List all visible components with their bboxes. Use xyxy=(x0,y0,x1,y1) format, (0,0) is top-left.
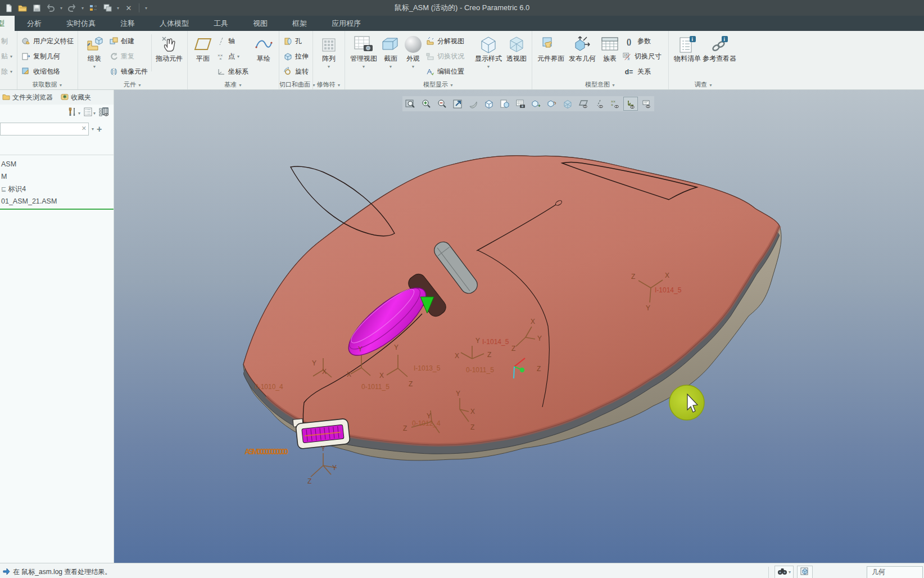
svg-text:×: × xyxy=(219,56,222,61)
csys-label-1010[interactable]: 0-1010_4 xyxy=(255,383,283,391)
point-button[interactable]: ××× 点▾ xyxy=(215,49,251,64)
sketch-button[interactable]: 草绘 xyxy=(251,32,276,62)
plane-button[interactable]: 平面 xyxy=(191,32,215,62)
delete-button[interactable]: 除▾ xyxy=(0,64,17,79)
open-file-icon[interactable] xyxy=(16,2,29,14)
favorites-tab[interactable]: ✱ 收藏夹 xyxy=(61,93,91,102)
group-model-intent: 元件界面 发布几何 族表 () 参数 15x 切换尺寸 d= 关系 模型意图 ▼ xyxy=(532,31,668,89)
drag-components-button[interactable]: 拖动元件 xyxy=(154,32,184,62)
mirror-component-button[interactable]: 镜像元件 xyxy=(108,64,149,79)
tree-item-subassembly[interactable]: 01_ASM_21.ASM xyxy=(0,195,114,207)
tree-item-annotation[interactable]: ⊑标识4 xyxy=(0,183,114,195)
perspective-icon xyxy=(507,34,526,55)
csys-label-1012[interactable]: 0-1012_4 xyxy=(412,419,441,427)
window-views-icon[interactable] xyxy=(101,2,114,14)
csys-icon xyxy=(216,67,226,76)
sections-button[interactable]: 截面 ▼ xyxy=(379,32,402,71)
redo-icon[interactable] xyxy=(66,2,78,14)
tree-filter-input[interactable] xyxy=(1,123,88,135)
exploded-view-button[interactable]: 分解视图 xyxy=(424,34,473,49)
component-interface-button[interactable]: 元件界面 xyxy=(535,32,567,62)
tab-applications[interactable]: 应用程序 xyxy=(319,16,373,31)
selection-filter-combobox[interactable]: 几何 xyxy=(867,566,923,578)
switch-state-button: 切换状况 xyxy=(424,49,473,64)
save-icon[interactable] xyxy=(30,2,43,14)
pattern-button[interactable]: 阵列 ▼ xyxy=(316,32,342,71)
bom-button[interactable]: i 物料清单 xyxy=(672,32,703,62)
folder-browser-tab[interactable]: 文件夹浏览器 xyxy=(2,93,53,102)
csys-label-asm-stack[interactable]: ASM00000000000 xyxy=(244,447,288,456)
reference-viewer-button[interactable]: i 参考查看器 xyxy=(703,32,736,62)
svg-text:Z: Z xyxy=(403,425,407,432)
graphics-viewport[interactable]: ××× xyxy=(114,90,924,563)
assemble-button[interactable]: 组装 ▼ xyxy=(81,32,108,71)
tab-manikin[interactable]: 人体模型 xyxy=(147,16,201,31)
tab-live-simulation[interactable]: 实时仿真 xyxy=(54,16,108,31)
group-label-cut-surface[interactable]: 切口和曲面 ▼ xyxy=(279,80,312,89)
paste-button[interactable]: 贴▾ xyxy=(0,49,17,64)
view-options-button[interactable]: ▾ xyxy=(84,107,96,119)
group-label-model-intent[interactable]: 模型意图 ▼ xyxy=(532,80,668,89)
tree-item-asm-1[interactable]: ASM xyxy=(0,158,114,170)
mouse-body[interactable] xyxy=(243,156,781,460)
manage-views-button[interactable]: 管理视图 ▼ xyxy=(348,32,379,71)
regenerate-icon[interactable] xyxy=(87,2,99,14)
add-filter-button[interactable]: + xyxy=(97,124,102,134)
group-label-modifiers[interactable]: 修饰符 ▼ xyxy=(313,80,345,89)
clear-filter-icon[interactable]: ✕ xyxy=(81,125,87,132)
csys-label-1014a[interactable]: I-1014_5 xyxy=(482,338,509,346)
filter-dropdown-caret[interactable]: ▾ xyxy=(92,127,94,132)
tab-framework[interactable]: 框架 xyxy=(280,16,319,31)
tree-item-asm-2[interactable]: M xyxy=(0,170,114,183)
copy-geometry-button[interactable]: 复制几何 xyxy=(20,49,75,64)
family-table-button[interactable]: 族表 xyxy=(598,32,622,62)
group-label-get-data[interactable]: 获取数据 ▼ xyxy=(17,80,78,89)
appearance-button[interactable]: 外观 ▼ xyxy=(402,32,424,71)
tools-menu-button[interactable]: ▾ xyxy=(68,107,80,119)
cursor-highlight xyxy=(669,385,704,420)
tab-analysis[interactable]: 分析 xyxy=(15,16,54,31)
tab-model[interactable]: 模型 xyxy=(0,16,15,31)
parameters-button[interactable]: () 参数 xyxy=(622,34,665,49)
selection-filter-button[interactable] xyxy=(797,566,813,578)
copy-button[interactable]: 制 xyxy=(0,34,17,49)
hole-button[interactable]: 孔 xyxy=(282,34,310,49)
csys-label-1014b[interactable]: I-1014_5 xyxy=(655,286,682,294)
group-label-component[interactable]: 元件 ▼ xyxy=(78,80,187,89)
udf-button[interactable]: 用户定义特征 xyxy=(20,34,75,49)
close-window-icon[interactable]: ✕ xyxy=(123,2,135,14)
edit-position-button[interactable]: 编辑位置 xyxy=(424,64,473,79)
publish-geometry-button[interactable]: 发布几何 xyxy=(567,32,598,62)
group-label-model-display[interactable]: 模型显示 ▼ xyxy=(345,80,532,89)
csys-label-1011a[interactable]: 0-1011_5 xyxy=(361,383,389,391)
undo-icon[interactable] xyxy=(44,2,57,14)
csys-button[interactable]: 坐标系 xyxy=(215,64,251,79)
group-label-investigate[interactable]: 调查 ▼ xyxy=(669,80,739,89)
relations-button[interactable]: d= 关系 xyxy=(622,64,665,79)
perspective-button[interactable]: 透视图 xyxy=(504,32,529,62)
extrude-button[interactable]: 拉伸 xyxy=(282,49,310,64)
create-component-button[interactable]: 创建 xyxy=(108,34,149,49)
switch-dimensions-button[interactable]: 15x 切换尺寸 xyxy=(622,49,665,64)
group-label-datum[interactable]: 基准 ▼ xyxy=(188,80,279,89)
revolve-button[interactable]: 旋转 xyxy=(282,64,310,79)
qat-customize-caret[interactable]: ▾ xyxy=(143,6,149,11)
find-button[interactable]: ▾ xyxy=(774,566,794,578)
tab-annotate[interactable]: 注释 xyxy=(108,16,147,31)
axis-button[interactable]: 轴 xyxy=(215,34,251,49)
find-caret[interactable]: ▾ xyxy=(789,570,791,575)
window-views-caret[interactable]: ▾ xyxy=(115,6,121,11)
display-style-button[interactable]: 显示样式 ▼ xyxy=(473,32,504,71)
redo-dropdown-caret[interactable]: ▾ xyxy=(80,6,85,11)
plane-icon xyxy=(193,34,212,55)
tab-tools[interactable]: 工具 xyxy=(201,16,241,31)
selection-filter-icon xyxy=(800,566,810,578)
show-columns-button[interactable] xyxy=(99,107,109,119)
undo-dropdown-caret[interactable]: ▾ xyxy=(58,6,64,11)
shrinkwrap-button[interactable]: 收缩包络 xyxy=(20,64,75,79)
mouse-assembly-model[interactable]: YXZ YX YX XYZ XYZ Z ZXY YXZ YZ YYZ I-101… xyxy=(114,90,924,563)
new-file-icon[interactable] xyxy=(2,2,15,14)
csys-label-1011b[interactable]: 0-1011_5 xyxy=(466,366,494,374)
csys-label-1013[interactable]: I-1013_5 xyxy=(414,364,441,372)
tab-view[interactable]: 视图 xyxy=(241,16,280,31)
